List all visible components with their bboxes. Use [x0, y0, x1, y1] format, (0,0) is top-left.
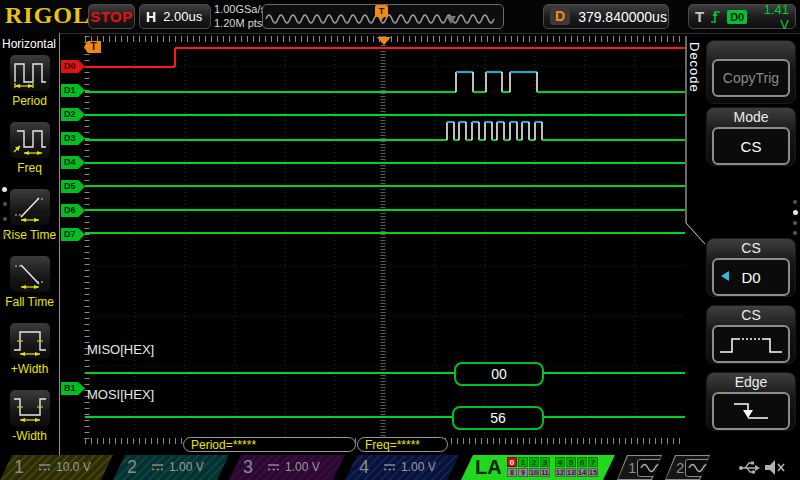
select-arrow-icon — [721, 271, 729, 281]
delay-readout-block: D 379.840000us — [543, 4, 669, 29]
usb-icon — [738, 459, 760, 476]
pos-width-button[interactable] — [9, 322, 51, 360]
la-digit-5: 5 — [566, 457, 576, 467]
right-page-dot — [793, 200, 797, 204]
fall-time-label: Fall Time — [0, 295, 59, 309]
channel-2-status[interactable]: 2 1.00 V — [113, 455, 229, 480]
neg-width-button[interactable] — [9, 389, 51, 427]
pos-width-label: +Width — [0, 362, 59, 376]
decode-tab[interactable]: Decode — [687, 42, 702, 93]
dc-coupling-icon — [267, 463, 281, 472]
rise-time-button[interactable] — [9, 188, 51, 226]
decode-row-label-miso: MISO[HEX] — [87, 342, 154, 357]
cs-polarity-button[interactable] — [712, 325, 790, 363]
trigger-position-triangle-icon[interactable] — [377, 37, 391, 45]
edge-header: Edge — [707, 374, 795, 392]
h-timebase-value: 2.00us — [163, 9, 202, 24]
decode-value-mosi: 56 — [452, 406, 544, 430]
h-label: H — [146, 9, 156, 25]
left-page-dot — [3, 202, 7, 206]
dc-coupling-icon — [383, 463, 397, 472]
freq-button[interactable] — [9, 121, 51, 159]
waveform-position-bar[interactable]: T — [262, 4, 504, 29]
la-digital-row-8-15: 89101112131415 — [507, 468, 599, 477]
run-state-indicator[interactable]: STOP — [88, 4, 135, 29]
channel-label-d5[interactable]: D5 — [61, 180, 85, 193]
la-digit-7: 7 — [588, 457, 598, 467]
freq-icon — [12, 125, 48, 155]
la-digit-2: 2 — [529, 457, 539, 467]
la-digit-9: 9 — [518, 468, 528, 477]
rise-time-icon — [12, 192, 48, 222]
trigger-position-marker-icon[interactable]: T — [375, 5, 388, 17]
measurement-freq: Freq=***** — [357, 437, 448, 452]
sample-rate: 1.00GSa/s — [214, 2, 266, 16]
la-digit-1: 1 — [518, 457, 528, 467]
logic-analyzer-status[interactable]: LA 01234567 89101112131415 — [461, 455, 615, 480]
edge-button[interactable] — [712, 392, 790, 430]
measure-item-rise-time[interactable]: Rise Time — [0, 188, 59, 242]
cs-source-header: CS — [707, 240, 795, 258]
decode-value-miso: 00 — [454, 362, 544, 386]
measure-item-fall-time[interactable]: Fall Time — [0, 255, 59, 309]
neg-width-label: -Width — [0, 429, 59, 443]
mode-value-button[interactable]: CS — [712, 127, 790, 165]
channel-label-d2[interactable]: D2 — [61, 108, 85, 121]
source-2-status[interactable]: 2 — [665, 455, 710, 480]
channel-label-d7[interactable]: D7 — [61, 228, 85, 241]
channel-label-d3[interactable]: D3 — [61, 132, 85, 145]
copytrig-button[interactable]: CopyTrig — [712, 59, 790, 97]
channel-2-scale: 1.00 V — [169, 455, 204, 480]
acquisition-info: 1.00GSa/s 1.20M pts — [214, 2, 266, 30]
horizontal-scale-block[interactable]: H 2.00us — [139, 4, 211, 29]
cs-source-section: CS D0 — [706, 238, 796, 297]
la-label: LA — [475, 455, 502, 480]
channel-4-number: 4 — [359, 455, 369, 480]
cs-polarity-header: CS — [707, 307, 795, 325]
measure-item-pos-width[interactable]: +Width — [0, 322, 59, 376]
period-button[interactable] — [9, 54, 51, 92]
left-page-dot — [3, 232, 7, 236]
bus-label-b1[interactable]: B1 — [61, 382, 85, 395]
channel-3-number: 3 — [243, 455, 253, 480]
oscilloscope-screen: RIGOL STOP H 2.00us 1.00GSa/s 1.20M pts … — [0, 0, 800, 480]
high-pulse-icon — [714, 331, 788, 357]
channel-label-d6[interactable]: D6 — [61, 204, 85, 217]
measure-item-period[interactable]: Period — [0, 54, 59, 108]
cs-source-button[interactable]: D0 — [712, 258, 790, 296]
channel-4-status[interactable]: 4 1.00 V — [345, 455, 459, 480]
right-page-dot — [793, 221, 797, 225]
rising-edge-icon — [709, 8, 722, 25]
la-digit-15: 15 — [588, 468, 598, 477]
delay-label: D — [550, 8, 570, 25]
channel-label-d1[interactable]: D1 — [61, 84, 85, 97]
freq-label: Freq — [0, 161, 59, 175]
channel-1-status[interactable]: 1 10.0 V — [0, 455, 113, 480]
la-digit-8: 8 — [507, 468, 517, 477]
measure-item-freq[interactable]: Freq — [0, 121, 59, 175]
measurement-period: Period=***** — [183, 437, 356, 452]
mode-header: Mode — [707, 109, 795, 127]
left-page-dot — [3, 217, 7, 221]
top-status-bar: RIGOL STOP H 2.00us 1.00GSa/s 1.20M pts … — [0, 0, 800, 34]
source-1-status[interactable]: 1 — [617, 455, 662, 480]
trigger-source-badge: D0 — [727, 10, 747, 24]
channel-3-status[interactable]: 3 1.00 V — [229, 455, 345, 480]
fall-time-icon — [12, 259, 48, 289]
la-digit-11: 11 — [540, 468, 550, 477]
la-digit-4: 4 — [555, 457, 565, 467]
source-2-number: 2 — [676, 455, 684, 480]
measure-menu-title: Horizontal — [2, 37, 56, 51]
la-digit-10: 10 — [529, 468, 539, 477]
channel-label-d0[interactable]: D0 — [61, 60, 85, 73]
memory-depth: 1.20M pts — [214, 16, 266, 30]
fall-time-button[interactable] — [9, 255, 51, 293]
decode-row-label-mosi: MOSI[HEX] — [87, 387, 154, 402]
cs-polarity-section: CS — [706, 305, 796, 364]
channel-label-d4[interactable]: D4 — [61, 156, 85, 169]
copytrig-section: CopyTrig — [706, 40, 796, 104]
period-label: Period — [0, 94, 59, 108]
edge-section: Edge — [706, 372, 796, 431]
la-digital-row-0-7: 01234567 — [507, 457, 599, 467]
measure-item-neg-width[interactable]: -Width — [0, 389, 59, 443]
